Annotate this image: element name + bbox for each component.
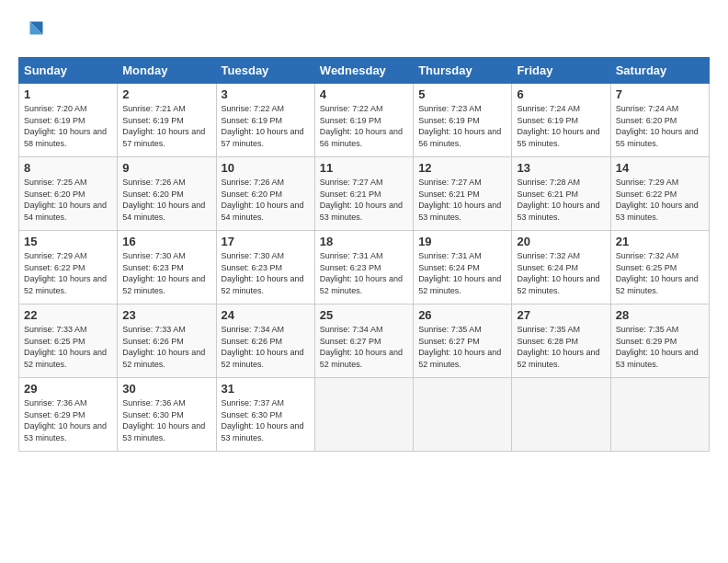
day-header-monday: Monday xyxy=(118,58,216,84)
calendar-cell: 23Sunrise: 7:33 AMSunset: 6:26 PMDayligh… xyxy=(118,304,216,378)
calendar-cell: 26Sunrise: 7:35 AMSunset: 6:27 PMDayligh… xyxy=(414,304,512,378)
day-number: 19 xyxy=(418,235,506,248)
day-info: Sunrise: 7:24 AMSunset: 6:20 PMDaylight:… xyxy=(616,103,704,149)
day-info: Sunrise: 7:33 AMSunset: 6:26 PMDaylight:… xyxy=(122,324,210,370)
calendar-week-row: 15Sunrise: 7:29 AMSunset: 6:22 PMDayligh… xyxy=(19,231,710,304)
day-info: Sunrise: 7:27 AMSunset: 6:21 PMDaylight:… xyxy=(320,177,408,223)
day-number: 29 xyxy=(24,382,112,396)
calendar-cell: 9Sunrise: 7:26 AMSunset: 6:20 PMDaylight… xyxy=(118,157,216,231)
calendar-cell: 1Sunrise: 7:20 AMSunset: 6:19 PMDaylight… xyxy=(19,84,118,157)
calendar-cell: 11Sunrise: 7:27 AMSunset: 6:21 PMDayligh… xyxy=(314,157,413,231)
day-number: 13 xyxy=(517,161,605,175)
calendar-cell: 20Sunrise: 7:32 AMSunset: 6:24 PMDayligh… xyxy=(512,231,610,304)
calendar-week-row: 1Sunrise: 7:20 AMSunset: 6:19 PMDaylight… xyxy=(19,84,710,157)
day-info: Sunrise: 7:29 AMSunset: 6:22 PMDaylight:… xyxy=(616,177,704,223)
calendar-cell: 24Sunrise: 7:34 AMSunset: 6:26 PMDayligh… xyxy=(216,304,314,378)
day-info: Sunrise: 7:35 AMSunset: 6:28 PMDaylight:… xyxy=(517,324,605,370)
page-header xyxy=(18,18,710,48)
calendar-cell: 19Sunrise: 7:31 AMSunset: 6:24 PMDayligh… xyxy=(414,231,512,304)
day-number: 17 xyxy=(222,235,310,248)
calendar-cell xyxy=(610,378,709,452)
day-number: 25 xyxy=(320,308,408,322)
day-info: Sunrise: 7:27 AMSunset: 6:21 PMDaylight:… xyxy=(418,177,506,223)
day-number: 28 xyxy=(616,308,704,322)
calendar-cell: 13Sunrise: 7:28 AMSunset: 6:21 PMDayligh… xyxy=(512,157,610,231)
calendar-cell: 27Sunrise: 7:35 AMSunset: 6:28 PMDayligh… xyxy=(512,304,610,378)
day-info: Sunrise: 7:35 AMSunset: 6:27 PMDaylight:… xyxy=(418,324,506,370)
day-number: 2 xyxy=(122,87,210,101)
day-number: 26 xyxy=(418,308,506,322)
calendar-cell: 14Sunrise: 7:29 AMSunset: 6:22 PMDayligh… xyxy=(610,157,709,231)
calendar-cell: 8Sunrise: 7:25 AMSunset: 6:20 PMDaylight… xyxy=(19,157,118,231)
calendar-cell: 22Sunrise: 7:33 AMSunset: 6:25 PMDayligh… xyxy=(19,304,118,378)
day-info: Sunrise: 7:36 AMSunset: 6:30 PMDaylight:… xyxy=(122,397,210,443)
day-number: 3 xyxy=(222,87,310,101)
day-info: Sunrise: 7:22 AMSunset: 6:19 PMDaylight:… xyxy=(320,103,408,149)
day-number: 23 xyxy=(122,308,210,322)
calendar-cell: 16Sunrise: 7:30 AMSunset: 6:23 PMDayligh… xyxy=(118,231,216,304)
calendar-cell: 5Sunrise: 7:23 AMSunset: 6:19 PMDaylight… xyxy=(414,84,512,157)
day-number: 27 xyxy=(517,308,605,322)
calendar-table: SundayMondayTuesdayWednesdayThursdayFrid… xyxy=(18,57,710,452)
day-info: Sunrise: 7:30 AMSunset: 6:23 PMDaylight:… xyxy=(222,250,310,296)
day-info: Sunrise: 7:30 AMSunset: 6:23 PMDaylight:… xyxy=(122,250,210,296)
calendar-cell: 30Sunrise: 7:36 AMSunset: 6:30 PMDayligh… xyxy=(118,378,216,452)
day-number: 7 xyxy=(616,87,704,101)
day-info: Sunrise: 7:29 AMSunset: 6:22 PMDaylight:… xyxy=(24,250,112,296)
day-info: Sunrise: 7:34 AMSunset: 6:27 PMDaylight:… xyxy=(320,324,408,370)
calendar-cell xyxy=(314,378,413,452)
calendar-cell: 25Sunrise: 7:34 AMSunset: 6:27 PMDayligh… xyxy=(314,304,413,378)
day-info: Sunrise: 7:35 AMSunset: 6:29 PMDaylight:… xyxy=(616,324,704,370)
day-number: 30 xyxy=(122,382,210,396)
calendar-cell: 12Sunrise: 7:27 AMSunset: 6:21 PMDayligh… xyxy=(414,157,512,231)
day-number: 5 xyxy=(418,87,506,101)
day-info: Sunrise: 7:32 AMSunset: 6:24 PMDaylight:… xyxy=(517,250,605,296)
calendar-cell: 29Sunrise: 7:36 AMSunset: 6:29 PMDayligh… xyxy=(19,378,118,452)
calendar-week-row: 29Sunrise: 7:36 AMSunset: 6:29 PMDayligh… xyxy=(19,378,710,452)
day-info: Sunrise: 7:31 AMSunset: 6:24 PMDaylight:… xyxy=(418,250,506,296)
calendar-cell: 4Sunrise: 7:22 AMSunset: 6:19 PMDaylight… xyxy=(314,84,413,157)
day-number: 15 xyxy=(24,235,112,248)
calendar-header-row: SundayMondayTuesdayWednesdayThursdayFrid… xyxy=(19,58,710,84)
logo-icon xyxy=(20,18,46,44)
day-info: Sunrise: 7:26 AMSunset: 6:20 PMDaylight:… xyxy=(222,177,310,223)
day-number: 18 xyxy=(320,235,408,248)
calendar-week-row: 8Sunrise: 7:25 AMSunset: 6:20 PMDaylight… xyxy=(19,157,710,231)
day-number: 21 xyxy=(616,235,704,248)
calendar-cell: 21Sunrise: 7:32 AMSunset: 6:25 PMDayligh… xyxy=(610,231,709,304)
calendar-body: 1Sunrise: 7:20 AMSunset: 6:19 PMDaylight… xyxy=(19,84,710,452)
day-number: 4 xyxy=(320,87,408,101)
day-header-wednesday: Wednesday xyxy=(314,58,413,84)
calendar-week-row: 22Sunrise: 7:33 AMSunset: 6:25 PMDayligh… xyxy=(19,304,710,378)
calendar-cell: 10Sunrise: 7:26 AMSunset: 6:20 PMDayligh… xyxy=(216,157,314,231)
day-header-tuesday: Tuesday xyxy=(216,58,314,84)
day-number: 14 xyxy=(616,161,704,175)
day-number: 1 xyxy=(24,87,112,101)
logo xyxy=(18,18,46,48)
calendar-cell: 6Sunrise: 7:24 AMSunset: 6:19 PMDaylight… xyxy=(512,84,610,157)
day-number: 12 xyxy=(418,161,506,175)
day-info: Sunrise: 7:31 AMSunset: 6:23 PMDaylight:… xyxy=(320,250,408,296)
day-info: Sunrise: 7:34 AMSunset: 6:26 PMDaylight:… xyxy=(222,324,310,370)
calendar-cell: 28Sunrise: 7:35 AMSunset: 6:29 PMDayligh… xyxy=(610,304,709,378)
calendar-cell: 3Sunrise: 7:22 AMSunset: 6:19 PMDaylight… xyxy=(216,84,314,157)
calendar-cell xyxy=(414,378,512,452)
day-info: Sunrise: 7:26 AMSunset: 6:20 PMDaylight:… xyxy=(122,177,210,223)
day-header-saturday: Saturday xyxy=(610,58,709,84)
day-number: 20 xyxy=(517,235,605,248)
day-number: 9 xyxy=(122,161,210,175)
calendar-cell: 17Sunrise: 7:30 AMSunset: 6:23 PMDayligh… xyxy=(216,231,314,304)
calendar-cell: 18Sunrise: 7:31 AMSunset: 6:23 PMDayligh… xyxy=(314,231,413,304)
day-header-sunday: Sunday xyxy=(19,58,118,84)
day-info: Sunrise: 7:23 AMSunset: 6:19 PMDaylight:… xyxy=(418,103,506,149)
day-number: 11 xyxy=(320,161,408,175)
day-number: 24 xyxy=(222,308,310,322)
day-number: 31 xyxy=(222,382,310,396)
day-number: 22 xyxy=(24,308,112,322)
calendar-cell: 31Sunrise: 7:37 AMSunset: 6:30 PMDayligh… xyxy=(216,378,314,452)
day-info: Sunrise: 7:22 AMSunset: 6:19 PMDaylight:… xyxy=(222,103,310,149)
day-info: Sunrise: 7:37 AMSunset: 6:30 PMDaylight:… xyxy=(222,397,310,443)
day-info: Sunrise: 7:32 AMSunset: 6:25 PMDaylight:… xyxy=(616,250,704,296)
day-info: Sunrise: 7:25 AMSunset: 6:20 PMDaylight:… xyxy=(24,177,112,223)
day-header-thursday: Thursday xyxy=(414,58,512,84)
